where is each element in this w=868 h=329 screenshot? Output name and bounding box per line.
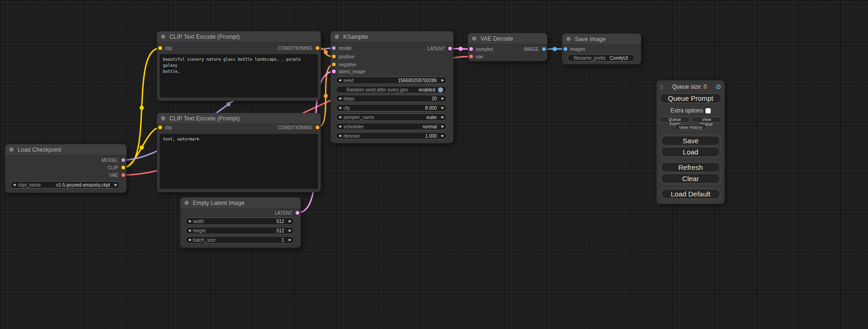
view-history-row: View History — [660, 124, 721, 130]
decrement-arrow-icon[interactable]: ◀ — [336, 78, 343, 82]
node-vae-decode[interactable]: VAE DecodesamplesvaeIMAGE — [468, 33, 547, 61]
node-title: CLIP Text Encode (Prompt) — [169, 34, 240, 40]
cfg-widget[interactable]: ◀cfg8.000▶ — [336, 104, 447, 112]
latent-output-slot[interactable] — [448, 47, 452, 50]
node-title-bar[interactable]: CLIP Text Encode (Prompt) — [157, 31, 321, 42]
images-input-slot[interactable] — [564, 47, 567, 51]
vae-slot-row: vae — [469, 53, 483, 60]
slot-label: positive — [339, 54, 354, 59]
scheduler-widget[interactable]: ◀schedulernormal▶ — [336, 123, 447, 130]
steps-widget[interactable]: ◀steps20▶ — [336, 95, 447, 102]
node-title: Empty Latent Image — [193, 200, 245, 206]
drag-handle-icon[interactable]: ⣿ — [660, 84, 663, 90]
queue-front-button[interactable]: Queue Front — [660, 117, 690, 123]
image-output-slot[interactable] — [542, 47, 546, 51]
load-default-button[interactable]: Load Default — [661, 189, 720, 199]
node-graph-canvas[interactable]: ⣿ Queue size: 0 ⚙ Queue Prompt Extra opt… — [0, 0, 868, 329]
collapse-dot-icon[interactable] — [335, 35, 339, 39]
positive-input-slot[interactable] — [332, 55, 336, 58]
collapse-dot-icon[interactable] — [161, 116, 165, 120]
denoise-widget[interactable]: ◀denoise1.000▶ — [336, 132, 447, 140]
height-widget[interactable]: ◀height512▶ — [185, 227, 294, 234]
view-history-button[interactable]: View History — [675, 124, 706, 130]
link-midpoint-dot — [553, 47, 557, 51]
prompt-textarea[interactable]: text, watermark — [160, 134, 318, 189]
negative-input-slot[interactable] — [332, 63, 336, 66]
node-title-bar[interactable]: Save Image — [562, 34, 641, 45]
node-save-image[interactable]: Save Imageimagesfilename_prefixComfyUI — [562, 34, 641, 64]
latent-output-slot[interactable] — [296, 211, 299, 215]
extra-options-checkbox[interactable] — [706, 108, 711, 113]
node-load-checkpoint[interactable]: Load CheckpointMODELCLIPVAE◀ckpt_namev1-… — [5, 144, 127, 193]
node-title-bar[interactable]: KSampler — [331, 31, 453, 42]
increment-arrow-icon[interactable]: ▶ — [287, 219, 294, 223]
ckpt-name-widget[interactable]: ◀ckpt_namev1-5-pruned-emaonly.ckpt▶ — [10, 181, 120, 189]
collapse-dot-icon[interactable] — [161, 35, 165, 39]
sampler-name-widget[interactable]: ◀sampler_nameeuler▶ — [336, 113, 447, 121]
save-button[interactable]: Save — [661, 136, 720, 146]
node-title-bar[interactable]: VAE Decode — [468, 33, 547, 44]
slot-label: samples — [476, 47, 493, 52]
decrement-arrow-icon[interactable]: ◀ — [336, 97, 343, 100]
seed-widget[interactable]: ◀seed156680208700286▶ — [336, 77, 447, 84]
widget-value: 512 — [276, 228, 284, 233]
node-title-bar[interactable]: CLIP Text Encode (Prompt) — [157, 113, 321, 124]
settings-gear-icon[interactable]: ⚙ — [715, 84, 721, 90]
decrement-arrow-icon[interactable]: ◀ — [336, 134, 343, 138]
node-clip-text-encode-negative[interactable]: CLIP Text Encode (Prompt)clipCONDITIONIN… — [157, 113, 321, 192]
latent-image-input-slot[interactable] — [332, 70, 336, 73]
prompt-textarea[interactable]: beautiful scenery nature glass bottle la… — [160, 54, 318, 98]
samples-input-slot[interactable] — [469, 47, 473, 51]
filename-prefix-widget[interactable]: filename_prefixComfyUI — [567, 54, 635, 62]
vae-input-slot[interactable] — [469, 55, 473, 58]
random-seed-after-every-gen-widget[interactable]: Random seed after every genenabled — [336, 86, 447, 93]
node-empty-latent-image[interactable]: Empty Latent ImageLATENT◀width512▶◀heigh… — [180, 197, 301, 248]
decrement-arrow-icon[interactable]: ◀ — [186, 238, 193, 242]
conditioning-output-slot[interactable] — [316, 46, 319, 50]
refresh-button[interactable]: Refresh — [661, 162, 720, 172]
increment-arrow-icon[interactable]: ▶ — [439, 115, 446, 119]
batch-size-widget[interactable]: ◀batch_size1▶ — [185, 236, 294, 244]
increment-arrow-icon[interactable]: ▶ — [439, 97, 446, 100]
conditioning-output-slot[interactable] — [316, 126, 319, 129]
increment-arrow-icon[interactable]: ▶ — [439, 134, 446, 138]
node-title-bar[interactable]: Empty Latent Image — [180, 197, 301, 209]
increment-arrow-icon[interactable]: ▶ — [113, 183, 120, 187]
model-output-slot[interactable] — [121, 158, 125, 162]
decrement-arrow-icon[interactable]: ◀ — [336, 125, 343, 128]
view-queue-button[interactable]: View Queue — [692, 117, 721, 123]
clear-button[interactable]: Clear — [661, 174, 720, 183]
decrement-arrow-icon[interactable]: ◀ — [336, 106, 343, 110]
queue-prompt-button[interactable]: Queue Prompt — [660, 93, 721, 103]
increment-arrow-icon[interactable]: ▶ — [439, 125, 446, 128]
clip-output-slot[interactable] — [121, 166, 125, 169]
widget-value: 156680208700286 — [398, 78, 437, 83]
link-midpoint-dot — [226, 102, 231, 106]
queue-size-label: Queue size: 0 — [663, 84, 715, 90]
decrement-arrow-icon[interactable]: ◀ — [186, 219, 193, 223]
clip-input-slot[interactable] — [158, 46, 162, 50]
vae-output-slot[interactable] — [121, 173, 125, 177]
increment-arrow-icon[interactable]: ▶ — [287, 229, 294, 232]
toggle-knob-icon[interactable] — [438, 87, 443, 92]
model-input-slot[interactable] — [332, 46, 336, 50]
conditioning-slot-row: CONDITIONING — [278, 124, 319, 131]
clip-input-slot[interactable] — [158, 126, 162, 129]
slot-label: MODEL — [101, 158, 118, 163]
load-button[interactable]: Load — [661, 147, 720, 157]
node-title-bar[interactable]: Load Checkpoint — [5, 144, 127, 155]
node-title: CLIP Text Encode (Prompt) — [169, 115, 240, 122]
decrement-arrow-icon[interactable]: ◀ — [11, 183, 18, 187]
width-widget[interactable]: ◀width512▶ — [185, 217, 294, 225]
increment-arrow-icon[interactable]: ▶ — [439, 78, 446, 82]
increment-arrow-icon[interactable]: ▶ — [287, 238, 294, 242]
decrement-arrow-icon[interactable]: ◀ — [336, 115, 343, 119]
collapse-dot-icon[interactable] — [472, 36, 476, 41]
node-ksampler[interactable]: KSamplermodelpositivenegativelatent_imag… — [331, 31, 453, 143]
increment-arrow-icon[interactable]: ▶ — [439, 106, 446, 110]
collapse-dot-icon[interactable] — [184, 201, 189, 205]
node-clip-text-encode-positive[interactable]: CLIP Text Encode (Prompt)clipCONDITIONIN… — [157, 31, 321, 101]
decrement-arrow-icon[interactable]: ◀ — [186, 229, 193, 232]
collapse-dot-icon[interactable] — [566, 37, 571, 41]
collapse-dot-icon[interactable] — [9, 147, 14, 152]
